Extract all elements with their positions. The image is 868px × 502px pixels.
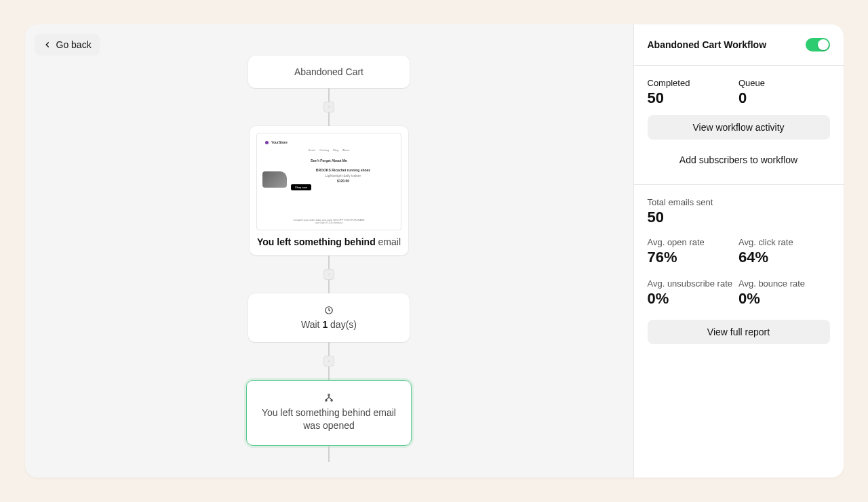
- add-step-button[interactable]: [323, 269, 334, 280]
- sidebar-stats-block: Total emails sent 50 Avg. open rate 76% …: [634, 185, 844, 356]
- queue-label: Queue: [738, 78, 830, 88]
- add-step-button[interactable]: [323, 356, 334, 367]
- sidebar-header: Abandoned Cart Workflow: [634, 24, 844, 66]
- open-rate-label: Avg. open rate: [648, 237, 739, 247]
- chevron-left-icon: [43, 40, 52, 49]
- thumb-footer: Complete your order today and enjoy 10% …: [262, 219, 395, 224]
- unsub-rate-label: Avg. unsubscribe rate: [648, 278, 739, 289]
- thumb-product-name: BROOKS Ricochet running shoes: [291, 168, 395, 172]
- total-sent-label: Total emails sent: [648, 197, 830, 207]
- wait-node[interactable]: Wait 1 day(s): [248, 293, 410, 342]
- thumb-nav: Home Catalog Blog About: [262, 148, 395, 152]
- connector: [328, 280, 330, 293]
- add-step-button[interactable]: [323, 102, 334, 112]
- bounce-rate-value: 0%: [738, 290, 830, 308]
- app-frame: Go back Abandoned Cart YourStore Home: [25, 24, 844, 478]
- branch-icon: [324, 393, 334, 402]
- sidebar-activity-block: Completed 50 Queue 0 View workflow activ…: [634, 66, 844, 185]
- connector: [328, 367, 330, 380]
- connector: [328, 88, 330, 102]
- trigger-node[interactable]: Abandoned Cart: [248, 56, 410, 88]
- plus-icon: [328, 271, 330, 278]
- completed-label: Completed: [648, 78, 739, 88]
- wait-suffix: day(s): [328, 319, 357, 330]
- thumb-product-desc: Lightweight daily trainer: [291, 173, 395, 177]
- svg-point-9: [331, 400, 332, 401]
- plus-icon: [328, 358, 330, 364]
- email-thumbnail: YourStore Home Catalog Blog About Don't …: [256, 133, 401, 230]
- svg-point-8: [326, 400, 327, 401]
- thumb-product: BROOKS Ricochet running shoes Lightweigh…: [262, 168, 395, 190]
- connector: [328, 112, 330, 126]
- wait-prefix: Wait: [301, 319, 322, 330]
- view-activity-button[interactable]: View workflow activity: [648, 115, 830, 140]
- workflow-title: Abandoned Cart Workflow: [648, 39, 767, 50]
- email-node-title: You left something behind email: [256, 236, 401, 249]
- go-back-button[interactable]: Go back: [35, 34, 100, 56]
- thumb-nav-item: Blog: [333, 148, 338, 152]
- thumb-nav-item: Catalog: [319, 148, 329, 152]
- thumb-nav-item: Home: [309, 148, 316, 152]
- svg-point-7: [328, 394, 330, 396]
- thumb-nav-item: About: [342, 148, 349, 152]
- sidebar: Abandoned Cart Workflow Completed 50 Que…: [633, 24, 844, 478]
- email-title-strong: You left something behind: [257, 236, 376, 247]
- go-back-label: Go back: [56, 39, 92, 50]
- thumb-brand: YourStore: [271, 140, 288, 144]
- condition-text: You left something behind email was open…: [256, 406, 401, 433]
- open-rate-value: 76%: [648, 249, 739, 266]
- condition-node[interactable]: You left something behind email was open…: [246, 380, 412, 446]
- connector: [328, 342, 330, 356]
- completed-value: 50: [648, 89, 739, 107]
- email-title-suffix: email: [376, 236, 401, 247]
- thumb-product-price: $120.00: [291, 179, 395, 183]
- unsub-rate-value: 0%: [648, 290, 739, 308]
- clock-icon: [324, 306, 334, 315]
- workflow-flow: Abandoned Cart YourStore Home Catalog Bl…: [25, 56, 633, 478]
- trigger-label: Abandoned Cart: [294, 66, 363, 77]
- view-full-report-button[interactable]: View full report: [648, 320, 830, 344]
- bounce-rate-label: Avg. bounce rate: [738, 278, 830, 289]
- queue-value: 0: [738, 89, 830, 107]
- thumb-footer-line: use code XYZ at checkout: [262, 222, 395, 224]
- click-rate-value: 64%: [738, 249, 830, 266]
- workflow-active-toggle[interactable]: [806, 38, 830, 51]
- workflow-canvas: Go back Abandoned Cart YourStore Home: [25, 24, 633, 478]
- plus-icon: [328, 104, 330, 110]
- email-node[interactable]: YourStore Home Catalog Blog About Don't …: [250, 126, 408, 255]
- shoe-image-icon: [262, 171, 287, 188]
- click-rate-label: Avg. click rate: [738, 237, 830, 247]
- connector: [328, 255, 330, 269]
- add-subscribers-button[interactable]: Add subscribers to workflow: [648, 148, 830, 172]
- thumb-cta: Shop now: [291, 184, 311, 190]
- wait-text: Wait 1 day(s): [301, 319, 357, 330]
- thumb-headline: Don't Forget About Me: [262, 159, 395, 163]
- brand-logo-icon: [265, 141, 269, 144]
- connector: [328, 446, 330, 462]
- total-sent-value: 50: [648, 209, 830, 226]
